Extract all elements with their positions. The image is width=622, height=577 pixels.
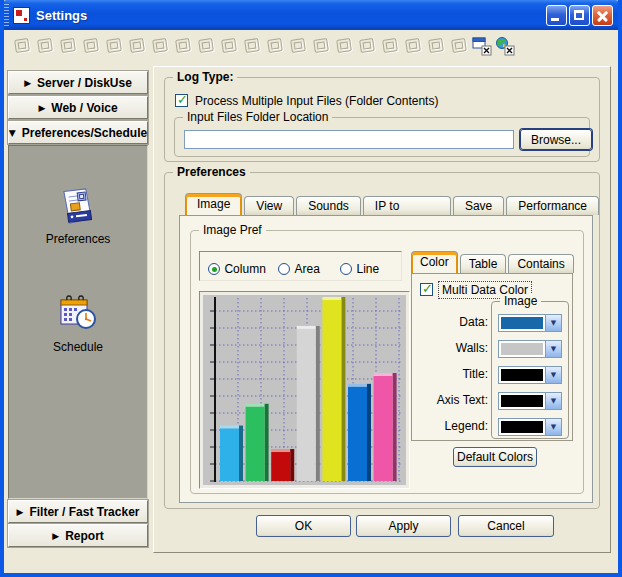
multi-data-color-checkbox[interactable] (420, 283, 433, 296)
toolbar-icon-disabled (357, 35, 377, 57)
walls-color-swatch (501, 343, 543, 355)
toolbar-icon-disabled (127, 35, 147, 57)
walls-color-label: Walls: (414, 341, 488, 355)
sidebar-item-report[interactable]: Report (8, 524, 148, 547)
tab-performance[interactable]: Performance (506, 196, 599, 215)
sidebar-item-label: Report (65, 529, 104, 543)
toolbar-icon-disabled (81, 35, 101, 57)
title-color-dropdown[interactable] (498, 366, 562, 384)
image-pref-group: Image Pref Column Area Line (190, 230, 584, 494)
radio-column-circle[interactable] (208, 263, 220, 275)
preferences-group-title: Preferences (173, 165, 250, 179)
radio-line[interactable]: Line (340, 259, 379, 277)
default-colors-button[interactable]: Default Colors (453, 447, 537, 467)
radio-area[interactable]: Area (278, 259, 320, 277)
toolbar-icon-disabled (35, 35, 55, 57)
log-type-group-title: Log Type: (173, 70, 237, 84)
radio-area-circle[interactable] (278, 263, 290, 275)
sidebar-item-server-diskuse[interactable]: Server / DiskUse (8, 71, 148, 94)
minimize-button[interactable] (546, 5, 567, 26)
tab-image[interactable]: Image (185, 193, 242, 215)
sidebar-preferences-label[interactable]: Preferences (9, 232, 147, 246)
chart-preview-plot (203, 295, 406, 485)
preferences-icon[interactable] (59, 186, 97, 234)
tab-ip-to-country[interactable]: IP to Country (363, 196, 451, 215)
legend-color-dropdown[interactable] (498, 418, 562, 436)
dropdown-arrow-icon[interactable] (545, 419, 561, 435)
dropdown-arrow-icon[interactable] (545, 315, 561, 331)
process-multiple-files-checkbox[interactable] (175, 94, 188, 107)
sidebar-schedule-label[interactable]: Schedule (9, 340, 147, 354)
process-multiple-files-label[interactable]: Process Multiple Input Files (Folder Con… (195, 94, 438, 108)
tab-view[interactable]: View (244, 196, 294, 215)
toolbar-icon-disabled (12, 35, 32, 57)
toolbar-icon-disabled (380, 35, 400, 57)
axis-text-color-dropdown[interactable] (498, 392, 562, 410)
radio-column[interactable]: Column (208, 259, 266, 277)
sidebar-item-filter-fast-tracker[interactable]: Filter / Fast Tracker (8, 500, 148, 523)
toolbar-icon-disabled (196, 35, 216, 57)
sidebar-item-web-voice[interactable]: Web / Voice (8, 96, 148, 119)
main-panel: Log Type: Process Multiple Input Files (… (153, 66, 611, 553)
walls-color-dropdown[interactable] (498, 340, 562, 358)
settings-window: Settings Server / DiskUse Web / Voice Pr… (0, 0, 622, 577)
titlebar-grip-icon (3, 4, 9, 26)
maximize-button[interactable] (569, 5, 590, 26)
preferences-group: Preferences Image View Sounds IP to Coun… (164, 172, 600, 509)
toolbar-icon-disabled (219, 35, 239, 57)
tab-sounds[interactable]: Sounds (296, 196, 361, 215)
sidebar-item-label: Filter / Fast Tracker (29, 505, 139, 519)
toolbar-icon-disabled (288, 35, 308, 57)
folder-location-input[interactable] (184, 130, 514, 149)
export-web-icon[interactable] (495, 35, 515, 57)
toolbar-icon-disabled (265, 35, 285, 57)
ok-button[interactable]: OK (256, 515, 351, 537)
preferences-tabs: Image View Sounds IP to Country Save Per… (185, 193, 599, 215)
titlebar[interactable]: Settings (0, 0, 622, 30)
toolbar-icon-disabled (311, 35, 331, 57)
chart-preview (199, 291, 410, 489)
close-button[interactable] (592, 5, 613, 26)
input-files-folder-group-title: Input Files Folder Location (183, 110, 332, 124)
input-files-folder-group: Input Files Folder Location Browse... (174, 117, 590, 157)
color-tab-panel: Multi Data Color Image Data: Walls: (411, 273, 573, 441)
dropdown-arrow-icon[interactable] (545, 393, 561, 409)
radio-line-circle[interactable] (340, 263, 352, 275)
tab-contains[interactable]: Contains (508, 254, 573, 273)
tab-color[interactable]: Color (411, 251, 458, 273)
toolbar-icon-disabled (150, 35, 170, 57)
tab-table[interactable]: Table (460, 254, 507, 273)
legend-color-swatch (501, 421, 543, 433)
toolbar-icon-disabled (173, 35, 193, 57)
title-color-swatch (501, 369, 543, 381)
app-icon (13, 7, 30, 24)
client-area: Server / DiskUse Web / Voice Preferences… (4, 61, 618, 573)
color-panel-tabs: Color Table Contains (411, 252, 574, 273)
tab-save[interactable]: Save (453, 196, 504, 215)
toolbar-icon-disabled (242, 35, 262, 57)
toolbar-icon-disabled (58, 35, 78, 57)
radio-area-label[interactable]: Area (294, 262, 319, 276)
data-color-dropdown[interactable] (498, 314, 562, 332)
browse-button[interactable]: Browse... (520, 129, 592, 150)
sidebar-item-preferences-schedule[interactable]: Preferences/Schedule (8, 121, 148, 144)
apply-button[interactable]: Apply (356, 515, 451, 537)
radio-column-label[interactable]: Column (224, 262, 265, 276)
sidebar-item-label: Web / Voice (51, 101, 117, 115)
toolbar (4, 30, 618, 61)
log-type-group: Log Type: Process Multiple Input Files (… (164, 77, 600, 162)
dropdown-arrow-icon[interactable] (545, 367, 561, 383)
window-title: Settings (36, 8, 87, 23)
browse-button-label: Browse... (531, 133, 581, 147)
export-window-icon[interactable] (472, 35, 492, 57)
image-colors-group-title: Image (500, 294, 541, 308)
sidebar-expanded-panel: Preferences Schedule (8, 145, 148, 499)
cancel-button-label: Cancel (487, 519, 524, 533)
apply-button-label: Apply (388, 519, 418, 533)
cancel-button[interactable]: Cancel (458, 515, 554, 537)
axis-text-color-swatch (501, 395, 543, 407)
data-color-label: Data: (414, 315, 488, 329)
radio-line-label[interactable]: Line (356, 262, 379, 276)
dropdown-arrow-icon[interactable] (545, 341, 561, 357)
schedule-icon[interactable] (57, 292, 99, 338)
